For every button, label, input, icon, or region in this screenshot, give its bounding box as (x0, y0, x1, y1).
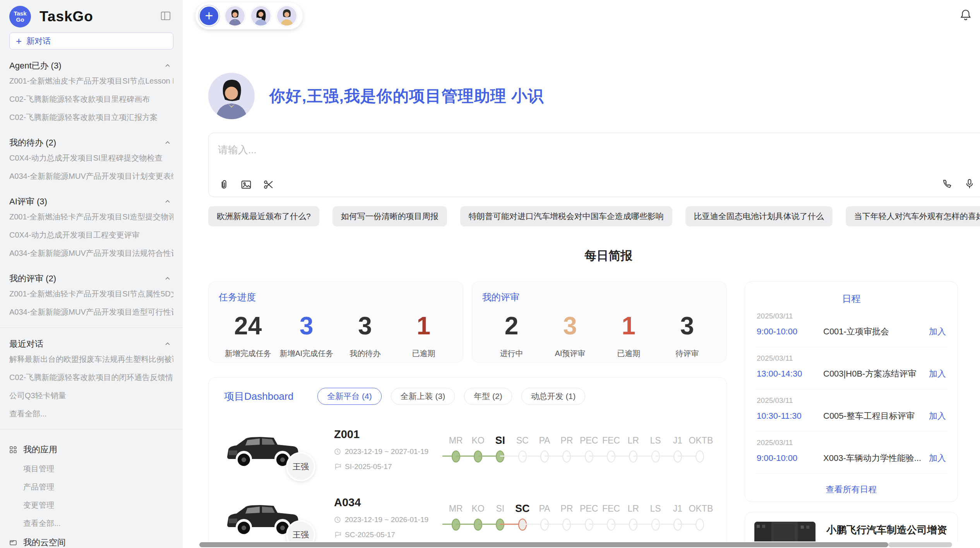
suggestion-chip[interactable]: 当下年轻人对汽车外观有怎样的喜好趋势 (846, 206, 980, 226)
session-avatar-3[interactable] (276, 5, 297, 26)
session-avatar-2[interactable] (250, 5, 271, 26)
section-title: 最近对话 (9, 338, 43, 350)
sidebar-header: Task Go TaskGo (9, 0, 173, 28)
paperclip-icon[interactable] (218, 179, 230, 190)
section-recent-chats: 最近对话 解释最新出台的欧盟报废车法规再生塑料比例被调至15%... C02-飞… (9, 338, 173, 423)
section-title: 我的评审 (2) (9, 273, 56, 284)
sidebar-item[interactable]: A034-全新新能源MUV产品开发项目法规符合性评审 (9, 244, 173, 262)
schedule-title: 日程 (756, 293, 947, 305)
stat-label: 已逾期 (600, 348, 658, 359)
mic-icon[interactable] (964, 178, 975, 190)
daily-brief-header: 每日简报 (208, 248, 980, 264)
left-column: 任务进度 24 新增完成任务 3 新增AI完成任务 3 (208, 281, 727, 548)
sidebar-item[interactable]: C02-飞腾新能源轻客改款项目里程碑画布 (9, 90, 173, 108)
schedule-event: 2025/03/11 9:00-10:00 C001-立项审批会 加入 (756, 305, 947, 347)
chevron-up-icon (165, 140, 170, 146)
scrollbar-thumb[interactable] (199, 542, 888, 547)
recent-chat-item[interactable]: 解释最新出台的欧盟报废车法规再生塑料比例被调至15%... (9, 350, 173, 368)
tab-new-body[interactable]: 全新上装 (3) (391, 388, 455, 405)
stat-label: 进行中 (482, 348, 541, 359)
input-tools-right (941, 177, 980, 190)
sidebar-item[interactable]: Z001-全新燃油皮卡产品开发项目SI节点Lesson Learn报告 (9, 72, 173, 90)
sidebar-item[interactable]: Z001-全新燃油轻卡产品开发项目SI造型提交物评审 (9, 208, 173, 226)
section-title: 我的待办 (2) (9, 137, 56, 149)
stat-ai-prereview: 3 AI预评审 (541, 312, 599, 359)
event-time: 13:00-14:30 (757, 369, 823, 379)
panel-collapse-icon[interactable] (159, 10, 172, 23)
recent-chat-item[interactable]: 公司Q3轻卡销量 (9, 387, 173, 405)
stat-pending-review: 3 待评审 (658, 312, 716, 359)
stat-overdue: 1 已逾期 (394, 312, 453, 359)
view-all-chats-link[interactable]: 查看全部... (9, 405, 173, 423)
project-flag: SC-2025-05-17 (334, 531, 438, 539)
app-link-change[interactable]: 变更管理 (9, 496, 173, 514)
tab-powertrain[interactable]: 动总开发 (1) (521, 388, 586, 405)
my-review-card: 我的评审 2 进行中 3 AI预评审 1 (472, 281, 727, 363)
app-link-project[interactable]: 项目管理 (9, 460, 173, 478)
milestone: PEC (578, 500, 600, 534)
milestone: KO (467, 432, 489, 466)
scissors-icon[interactable] (263, 179, 274, 190)
join-button[interactable]: 加入 (929, 368, 946, 380)
milestone: LR (622, 432, 644, 466)
stat-new-done: 24 新增完成任务 (219, 312, 277, 359)
milestone: OKTB (689, 432, 711, 466)
scrollbar-thumb-secondary[interactable] (888, 542, 952, 547)
milestone: LS (644, 500, 666, 534)
section-header[interactable]: 我的待办 (2) (9, 137, 173, 149)
sidebar-item[interactable]: A034-全新新能源MUV产品开发项目造型可行性评审 (9, 303, 173, 321)
sidebar-item[interactable]: A034-全新新能源MUV产品开发项目计划变更表编写 (9, 167, 173, 185)
app-link-product[interactable]: 产品管理 (9, 478, 173, 496)
event-date: 2025/03/11 (757, 354, 946, 363)
sidebar-item[interactable]: C02-飞腾新能源轻客改款项目立项汇报方案 (9, 108, 173, 127)
milestone: PA (533, 500, 555, 534)
image-icon[interactable] (240, 179, 252, 190)
section-header[interactable]: AI评审 (3) (9, 195, 173, 208)
bell-icon[interactable] (959, 9, 972, 23)
milestone-track: MR KO SI SC PA PR PEC FEC LR LS J1 OKTB (445, 432, 711, 466)
my-cloud-space[interactable]: 我的云空间 (9, 533, 173, 548)
section-my-todo: 我的待办 (2) C0X4-动力总成开发项目SI里程碑提交物检查 A034-全新… (9, 137, 173, 185)
suggestion-chip[interactable]: 特朗普可能对进口汽车增税会对中国车企造成哪些影响 (460, 206, 672, 226)
app-window: Task Go TaskGo + 新对话 Agent已办 (3) Z001-全新… (0, 0, 980, 548)
join-button[interactable]: 加入 (929, 326, 946, 337)
suggestion-chip[interactable]: 欧洲新规最近颁布了什么? (208, 206, 319, 226)
stat-value: 3 (336, 312, 394, 340)
session-avatar-1[interactable] (224, 5, 245, 26)
section-agent-done: Agent已办 (3) Z001-全新燃油皮卡产品开发项目SI节点Lesson … (9, 60, 173, 127)
project-row-a034[interactable]: 王强 A034 2023-12-19 ~ 2026-01-19 SC-2025-… (224, 494, 711, 541)
card-title: 任务进度 (219, 291, 453, 303)
section-header[interactable]: 我的评审 (2) (9, 272, 173, 285)
new-chat-button[interactable]: + 新对话 (9, 33, 173, 50)
join-button[interactable]: 加入 (929, 410, 946, 422)
sidebar-item[interactable]: C0X4-动力总成开发项目SI里程碑提交物检查 (9, 149, 173, 167)
section-my-apps: 我的应用 项目管理 产品管理 变更管理 查看全部... 我的云空间 我的收藏 (9, 440, 173, 548)
chat-input[interactable] (209, 133, 980, 164)
taskgo-logo: Task Go (9, 6, 31, 27)
schedule-event: 2025/03/11 10:30-11:30 C005-整车工程目标评审 加入 (756, 389, 947, 432)
suggestion-chip[interactable]: 如何写一份清晰的项目周报 (332, 206, 447, 226)
milestone: PR (556, 432, 578, 466)
section-header[interactable]: Agent已办 (3) (9, 60, 173, 72)
section-ai-review: AI评审 (3) Z001-全新燃油轻卡产品开发项目SI造型提交物评审 C0X4… (9, 195, 173, 262)
phone-icon[interactable] (941, 178, 953, 190)
sidebar-item[interactable]: C0X4-动力总成开发项目工程变更评审 (9, 226, 173, 244)
suggestion-chip[interactable]: 比亚迪全固态电池计划具体说了什么 (685, 206, 833, 226)
join-button[interactable]: 加入 (929, 452, 946, 464)
daily-brief-title: 每日简报 (584, 248, 632, 264)
chevron-up-icon (165, 199, 170, 204)
new-chat-label: 新对话 (26, 36, 51, 46)
add-session-button[interactable]: + (199, 5, 219, 26)
tab-new-platform[interactable]: 全新平台 (4) (317, 388, 382, 405)
view-all-schedule-link[interactable]: 查看所有日程 (756, 484, 947, 495)
suggestion-chips: 欧洲新规最近颁布了什么? 如何写一份清晰的项目周报 特朗普可能对进口汽车增税会对… (208, 206, 980, 226)
project-row-z001[interactable]: 王强 Z001 2023-12-19 ~ 2027-01-19 SI-2025-… (224, 426, 711, 473)
recent-chat-item[interactable]: C02-飞腾新能源轻客改款项目的闭环通告反馈情况 (9, 368, 173, 387)
section-header[interactable]: 最近对话 (9, 338, 173, 350)
view-all-apps-link[interactable]: 查看全部... (9, 514, 173, 533)
sidebar-item[interactable]: Z001-全新燃油轻卡产品开发项目SI节点属性5D文件评审 (9, 285, 173, 303)
milestone: LR (622, 500, 644, 534)
stat-overdue: 1 已逾期 (600, 312, 658, 359)
tab-year-model[interactable]: 年型 (2) (464, 388, 512, 405)
my-apps-header[interactable]: 我的应用 (9, 440, 173, 460)
